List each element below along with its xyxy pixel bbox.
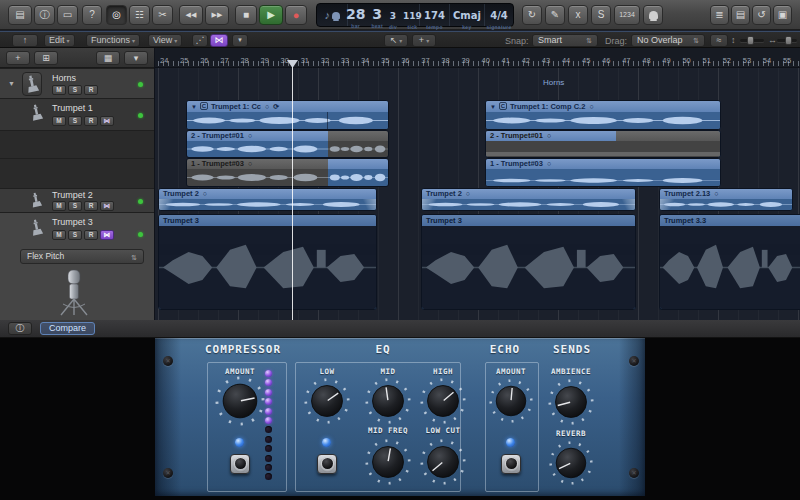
region-trumpet2-a[interactable]: Trumpet 2○ — [158, 188, 377, 211]
loop-indicator-icon[interactable]: ○ — [203, 190, 207, 197]
region-take-2[interactable]: 2 - Trumpet#01○ — [186, 130, 389, 158]
play-button[interactable]: ▶ — [259, 5, 283, 25]
rewind-button[interactable]: ◀◀ — [179, 5, 203, 25]
waveform-zoom-button[interactable]: ≈ — [710, 34, 728, 47]
region-trumpet3-b[interactable]: Trumpet 3 — [421, 214, 636, 310]
eq-mid-freq-knob[interactable] — [365, 439, 411, 485]
track-header-trumpet1[interactable]: Trumpet 1 M S R ⋈ — [0, 98, 154, 130]
track-icon-box[interactable] — [22, 72, 42, 96]
metronome-button[interactable] — [643, 5, 663, 25]
reverb-send-knob[interactable] — [549, 441, 593, 485]
mute-button[interactable]: M — [52, 85, 66, 95]
region-take-2[interactable]: 2 - Trumpet#01○ — [485, 130, 721, 158]
library-button[interactable]: ▤ — [8, 5, 32, 25]
smart-controls-button[interactable]: ◎ — [106, 5, 127, 25]
eq-mid-knob[interactable] — [365, 378, 411, 424]
flex-mode-select[interactable]: Flex Pitch⇅ — [20, 249, 144, 264]
stop-button[interactable]: ■ — [235, 5, 257, 25]
count-in-button[interactable]: 1234 — [614, 5, 640, 25]
solo-button[interactable]: S — [68, 116, 82, 126]
flex-button[interactable]: ⋈ — [100, 230, 114, 240]
vertical-zoom-thumb[interactable] — [747, 36, 754, 45]
echo-amount-knob[interactable] — [489, 379, 533, 423]
loop-indicator-icon[interactable]: ○ — [547, 160, 551, 167]
region-take-folder-header[interactable]: ▼CTrumpet 1: Cc○⟳ — [186, 100, 389, 130]
loop-indicator-icon[interactable]: ○ — [547, 132, 551, 139]
lcd-display[interactable]: ♪ 28bar 3beat 3div 119tick 174tempo Cmaj… — [316, 3, 514, 27]
eq-high-knob[interactable] — [420, 378, 466, 424]
playhead-line[interactable] — [292, 60, 293, 320]
catch-button[interactable]: ▼ — [232, 34, 248, 47]
record-button[interactable]: ● — [285, 5, 307, 25]
solo-button[interactable]: S — [68, 201, 82, 211]
region-trumpet2-b[interactable]: Trumpet 2○ — [421, 188, 636, 211]
pointer-tool-menu[interactable]: ↖▾ — [384, 34, 408, 47]
loop-indicator-icon[interactable]: ○ — [265, 103, 269, 110]
track-header-horns[interactable]: ▼ Horns M S R — [0, 68, 154, 98]
record-enable-button[interactable]: R — [84, 201, 98, 211]
mute-button[interactable]: M — [52, 201, 66, 211]
track-options-button[interactable]: ▾ — [124, 51, 148, 65]
track-name[interactable]: Horns — [52, 73, 76, 83]
autopunch-button[interactable]: ✎ — [545, 5, 565, 25]
editors-button[interactable]: ✂ — [152, 5, 173, 25]
quick-help-button[interactable]: ? — [82, 5, 102, 25]
functions-menu[interactable]: Functions▾ — [86, 34, 140, 47]
record-enable-button[interactable]: R — [84, 116, 98, 126]
edit-menu[interactable]: Edit▾ — [44, 34, 75, 47]
take-lane-header[interactable] — [0, 158, 154, 188]
note-pads-button[interactable]: ▤ — [731, 5, 750, 25]
drag-select[interactable]: No Overlap⇅ — [631, 34, 705, 47]
ambience-send-knob[interactable] — [548, 379, 594, 425]
track-name[interactable]: Trumpet 1 — [52, 103, 93, 113]
region-take-1[interactable]: 1 - Trumpet#03○ — [485, 158, 721, 187]
track-on-indicator[interactable] — [138, 199, 143, 204]
region-trumpet3-c[interactable]: Trumpet 3.3 — [659, 214, 800, 310]
apple-loops-button[interactable]: ↺ — [752, 5, 771, 25]
disclosure-triangle-icon[interactable]: ▼ — [8, 80, 15, 87]
record-enable-button[interactable]: R — [84, 230, 98, 240]
cycle-indicator-icon[interactable]: ⟳ — [273, 103, 279, 110]
mute-button[interactable]: M — [52, 116, 66, 126]
solo-button[interactable]: S — [68, 230, 82, 240]
horizontal-zoom-slider[interactable] — [777, 39, 797, 42]
region-take-folder-header[interactable]: ▼CTrumpet 1: Comp C.2○ — [485, 100, 721, 130]
tracks-area[interactable]: 2425262728293031323334353637383940414243… — [155, 48, 800, 320]
region-trumpet3-a[interactable]: Trumpet 3 — [158, 214, 377, 310]
compressor-amount-knob[interactable] — [215, 376, 265, 426]
forward-button[interactable]: ▶▶ — [205, 5, 229, 25]
solo-button[interactable]: S — [68, 85, 82, 95]
track-on-indicator[interactable] — [138, 232, 143, 237]
compressor-power-switch[interactable] — [230, 454, 250, 474]
take-lane-header[interactable] — [0, 130, 154, 158]
up-arrow-button[interactable]: ↑ — [12, 34, 38, 47]
bar-ruler[interactable]: 2425262728293031323334353637383940414243… — [155, 48, 800, 68]
compare-button[interactable]: Compare — [40, 322, 95, 335]
vertical-zoom-slider[interactable] — [740, 39, 764, 42]
add-track-button[interactable]: + — [6, 51, 30, 65]
mute-button[interactable]: M — [52, 230, 66, 240]
loop-indicator-icon[interactable]: ○ — [589, 103, 593, 110]
record-enable-button[interactable]: R — [84, 85, 98, 95]
loop-indicator-icon[interactable]: ○ — [714, 190, 718, 197]
loop-indicator-icon[interactable]: ○ — [248, 160, 252, 167]
track-on-indicator[interactable] — [138, 113, 143, 118]
track-name[interactable]: Trumpet 3 — [52, 217, 93, 227]
inspector-info-button[interactable]: ⓘ — [8, 322, 32, 335]
region-trumpet2-c[interactable]: Trumpet 2.13○ — [659, 188, 793, 211]
horizontal-zoom-thumb[interactable] — [785, 36, 792, 45]
track-name[interactable]: Trumpet 2 — [52, 190, 93, 200]
region-take-1[interactable]: 1 - Trumpet#03○ — [186, 158, 389, 187]
loop-indicator-icon[interactable]: ○ — [466, 190, 470, 197]
flex-button[interactable]: ⋈ — [100, 116, 114, 126]
toolbar-toggle-button[interactable]: ▭ — [57, 5, 78, 25]
track-zoom-button[interactable]: ▦ — [96, 51, 120, 65]
view-menu[interactable]: View▾ — [148, 34, 182, 47]
list-editors-button[interactable]: ≣ — [710, 5, 729, 25]
flex-button[interactable]: ⋈ — [210, 34, 228, 47]
track-on-indicator[interactable] — [138, 82, 143, 87]
secondary-tool-menu[interactable]: +▾ — [412, 34, 436, 47]
eq-power-switch[interactable] — [317, 454, 337, 474]
snap-select[interactable]: Smart⇅ — [532, 34, 598, 47]
track-header-trumpet3[interactable]: Trumpet 3 M S R ⋈ Flex Pitch⇅ — [0, 212, 154, 320]
